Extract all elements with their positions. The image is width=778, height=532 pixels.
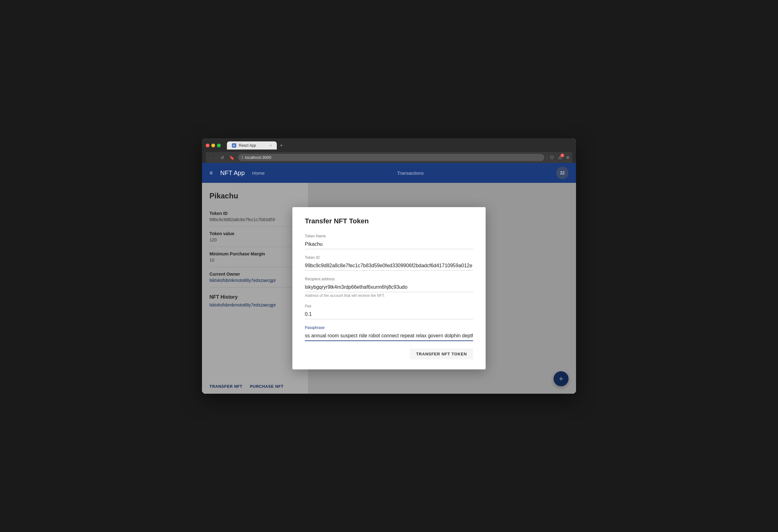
- passphrase-group: Passphrase: [305, 326, 473, 341]
- address-bar[interactable]: ℹ localhost:3000: [238, 154, 544, 161]
- token-name-label: Token Name: [305, 234, 473, 238]
- recipient-input[interactable]: [305, 282, 473, 292]
- tab-close-button[interactable]: ×: [270, 144, 272, 147]
- fee-group: Fee: [305, 304, 473, 319]
- divider: [547, 155, 547, 160]
- app-navbar: ≡ NFT App Home Transactions 32: [202, 163, 576, 183]
- brave-shield-icon[interactable]: 🛡: [549, 155, 555, 161]
- fee-input[interactable]: [305, 309, 473, 319]
- browser-titlebar: R React App × +: [206, 142, 572, 150]
- home-nav-link[interactable]: Home: [252, 170, 264, 176]
- browser-extensions: 🛡 ⚠ 1 ≡: [547, 155, 569, 161]
- nav-links: Home: [252, 170, 264, 176]
- reload-button[interactable]: ↺: [219, 155, 225, 161]
- nav-center: Transactions: [272, 170, 549, 176]
- back-button[interactable]: ‹: [209, 155, 213, 161]
- modal-overlay[interactable]: Transfer NFT Token Token Name Token ID R…: [202, 183, 576, 394]
- main-content: Pikachu Token ID 99bc9c9d82a8c8e7fec1c7b…: [202, 183, 576, 394]
- transactions-nav-link[interactable]: Transactions: [397, 170, 423, 176]
- token-name-input[interactable]: [305, 240, 473, 249]
- fee-label: Fee: [305, 304, 473, 308]
- browser-chrome: R React App × + ‹ › ↺ 🔖 ℹ localhost:3000: [202, 138, 576, 163]
- tab-title: React App: [239, 143, 256, 148]
- passphrase-label: Passphrase: [305, 326, 473, 330]
- alert-extension-icon[interactable]: ⚠ 1: [557, 155, 563, 161]
- maximize-traffic-light[interactable]: [217, 144, 221, 147]
- app-brand: NFT App: [220, 169, 245, 177]
- alert-badge: 1: [560, 154, 564, 157]
- new-tab-button[interactable]: +: [278, 142, 285, 150]
- passphrase-input[interactable]: [305, 331, 473, 341]
- token-id-group: Token ID: [305, 255, 473, 271]
- traffic-lights: [206, 144, 221, 147]
- app-content: ≡ NFT App Home Transactions 32 Pikachu T…: [202, 163, 576, 394]
- modal-title: Transfer NFT Token: [305, 217, 473, 225]
- browser-window: R React App × + ‹ › ↺ 🔖 ℹ localhost:3000: [202, 138, 576, 394]
- token-name-group: Token Name: [305, 234, 473, 249]
- bookmark-button[interactable]: 🔖: [228, 155, 236, 161]
- transfer-nft-token-button[interactable]: TRANSFER NFT TOKEN: [410, 349, 473, 359]
- forward-button[interactable]: ›: [214, 155, 218, 161]
- token-id-input[interactable]: [305, 261, 473, 271]
- tab-favicon: R: [232, 143, 236, 148]
- recipient-label: Recipient address: [305, 277, 473, 281]
- nav-buttons: ‹ › ↺: [209, 155, 225, 161]
- modal-actions: TRANSFER NFT TOKEN: [305, 349, 473, 359]
- user-avatar[interactable]: 32: [556, 167, 568, 179]
- transfer-nft-modal: Transfer NFT Token Token Name Token ID R…: [292, 207, 486, 369]
- recipient-helper: Address of the account that will receive…: [305, 293, 473, 298]
- tab-bar: R React App × +: [227, 142, 572, 150]
- security-icon: ℹ: [242, 156, 243, 160]
- modal-token-id-label: Token ID: [305, 255, 473, 260]
- url-display: localhost:3000: [245, 155, 271, 160]
- browser-menu-icon[interactable]: ≡: [566, 155, 569, 160]
- browser-toolbar: ‹ › ↺ 🔖 ℹ localhost:3000 🛡 ⚠ 1 ≡: [206, 152, 572, 163]
- hamburger-menu-icon[interactable]: ≡: [210, 170, 213, 176]
- minimize-traffic-light[interactable]: [211, 144, 215, 147]
- close-traffic-light[interactable]: [206, 144, 210, 147]
- active-tab[interactable]: R React App ×: [227, 142, 277, 150]
- recipient-group: Recipient address Address of the account…: [305, 277, 473, 298]
